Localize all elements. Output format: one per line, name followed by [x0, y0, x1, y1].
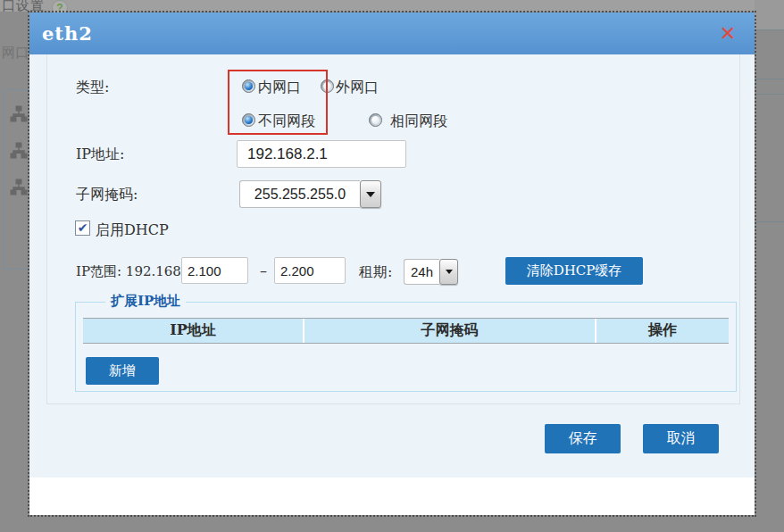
extended-ip-legend: 扩展IP地址: [105, 293, 186, 310]
background-line: [755, 94, 784, 95]
background-line: [755, 79, 784, 79]
type-label: 类型:: [76, 79, 109, 97]
column-header-ip: IP地址: [83, 319, 303, 343]
network-tree-icon: [9, 105, 29, 123]
extended-ip-table-header: IP地址 子网掩码 操作: [83, 318, 729, 344]
chevron-down-icon[interactable]: [439, 259, 458, 285]
range-dash: –: [260, 262, 267, 279]
dialog-title: eth2: [42, 12, 93, 54]
ip-address-label: IP地址:: [76, 145, 124, 164]
range-end-input[interactable]: 2.200: [274, 257, 346, 284]
extended-ip-fieldset: 扩展IP地址 IP地址 子网掩码 操作 新增: [75, 302, 737, 392]
radio-same-subnet-label: 相同网段: [390, 112, 447, 131]
column-header-action: 操作: [595, 319, 729, 343]
dialog-footer-strip: [29, 478, 755, 515]
cancel-button[interactable]: 取消: [643, 424, 719, 453]
lease-value: 24h: [404, 259, 439, 285]
network-tree-icon: [9, 142, 29, 160]
subnet-mask-value: 255.255.255.0: [239, 180, 360, 208]
eth2-dialog: eth2 ✕ 类型: 内网口 外网口 不同网段 相同网段 IP地址: 192.1…: [29, 12, 755, 515]
add-button[interactable]: 新增: [86, 357, 159, 385]
lease-select[interactable]: 24h: [404, 259, 458, 285]
screen: 口设置 ? 网口 eth2 ✕ 类型: 内网口 外网口 不同网段 相同网: [0, 0, 784, 532]
column-header-mask: 子网掩码: [303, 319, 595, 343]
ip-range-label: IP范围: 192.168.: [76, 263, 186, 280]
background-line: [755, 29, 784, 30]
dialog-header: eth2 ✕: [29, 12, 755, 54]
background-right-strip: [755, 0, 784, 29]
network-tree-icon: [9, 179, 29, 196]
background-top-bar: 口设置 ?: [0, 0, 784, 12]
annotation-highlight-box: [228, 70, 328, 135]
enable-dhcp-label: 启用DHCP: [96, 221, 169, 240]
close-icon[interactable]: ✕: [715, 21, 740, 46]
radio-same-subnet[interactable]: [369, 113, 382, 127]
subnet-mask-label: 子网掩码:: [76, 186, 138, 204]
ip-address-input[interactable]: 192.168.2.1: [237, 140, 406, 168]
clear-dhcp-cache-button[interactable]: 清除DHCP缓存: [505, 257, 643, 285]
subnet-mask-select[interactable]: 255.255.255.0: [239, 180, 381, 208]
background-line: [755, 221, 784, 222]
lease-label: 租期:: [359, 263, 392, 282]
save-button[interactable]: 保存: [545, 424, 621, 453]
range-start-input[interactable]: 2.100: [181, 257, 248, 284]
background-tab-label: 网口: [2, 45, 29, 62]
radio-external-port-label: 外网口: [336, 79, 379, 97]
enable-dhcp-checkbox[interactable]: ✔: [75, 220, 90, 236]
chevron-down-icon[interactable]: [360, 180, 381, 208]
